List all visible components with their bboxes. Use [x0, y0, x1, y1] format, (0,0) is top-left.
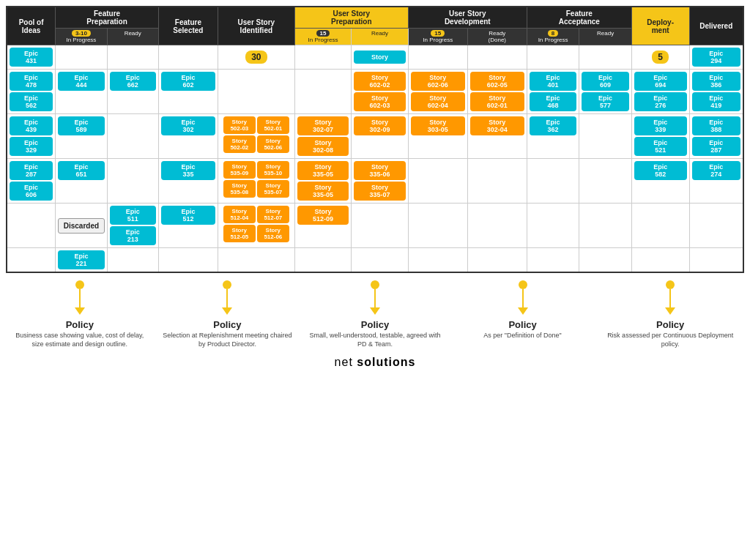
- policy-item-1: Policy Business case showing value, cost…: [14, 280, 146, 348]
- card-epic651: Epic651: [58, 161, 104, 180]
- card-story512-07: Story512-07: [257, 206, 289, 223]
- policy-title-3: Policy: [361, 319, 389, 330]
- card-epic606: Epic606: [10, 182, 53, 201]
- del-cell: Epic294: [689, 45, 743, 70]
- card-story602-05: Story602-05: [470, 72, 524, 91]
- policy-desc-2: Selection at Replenishment meeting chair…: [161, 332, 293, 348]
- arrow-head-3: [370, 307, 380, 315]
- card-epic287: Epic287: [692, 137, 741, 156]
- del-cell: Epic386 Epic419: [689, 70, 743, 114]
- fp-inprog-header: 3-10In Progress: [56, 29, 107, 45]
- card-epic221: Epic221: [58, 250, 104, 269]
- card-story335-05b: Story335-05: [297, 182, 349, 201]
- usi-cell: [218, 70, 294, 114]
- usp-ready-cell: Story602-02 Story602-03: [352, 70, 408, 114]
- card-story302-09: Story302-09: [354, 116, 405, 135]
- card-story602-02: Story602-02: [354, 72, 405, 91]
- arrow-head-1: [75, 307, 85, 315]
- arrow-dot-5: [666, 280, 675, 289]
- policy-title-2: Policy: [213, 319, 241, 330]
- fa-inprog-cell: [527, 45, 579, 70]
- card-story512-06: Story512-06: [257, 225, 289, 242]
- fp-ready-cell: Epic511 Epic213: [107, 204, 158, 248]
- col-header-del: Delivered: [689, 7, 743, 45]
- col-header-dep: Deploy-ment: [631, 7, 689, 45]
- card-epic562: Epic562: [10, 92, 53, 111]
- fp-inprog-cell: [56, 45, 107, 70]
- card-story302-04: Story302-04: [470, 116, 524, 135]
- fa-ready-cell: [579, 45, 632, 70]
- usi-cell: Story502-03 Story502-01 Story502-02 Stor…: [218, 114, 294, 159]
- usp-ready-cell: [352, 204, 408, 248]
- pool-cell: Epic287 Epic606: [7, 159, 56, 204]
- card-story535-07: Story535-07: [257, 180, 289, 198]
- arrow-head-5: [665, 307, 675, 315]
- usd-done-cell: [467, 204, 527, 248]
- arrow-head-2: [222, 307, 232, 315]
- usd-done-cell: Story302-04: [467, 114, 527, 159]
- usd-inprog-cell: [408, 159, 467, 204]
- dep-cell: Epic339 Epic521: [631, 114, 689, 159]
- card-story535-10: Story535-10: [257, 161, 289, 179]
- policy-section: Policy Business case showing value, cost…: [6, 280, 744, 348]
- usd-inprog-cell: [408, 248, 467, 273]
- arrow-line-1: [79, 289, 81, 307]
- usp-inprog-header: 15In Progress: [294, 29, 351, 45]
- main-container: Pool ofIdeas FeaturePreparation FeatureS…: [0, 0, 750, 381]
- card-epic388: Epic388: [692, 116, 741, 135]
- discarded-label: Discarded: [58, 218, 104, 234]
- usp-inprog-cell: [294, 248, 351, 273]
- del-cell: Epic274: [689, 159, 743, 204]
- policy-item-3: Policy Small, well-understood, testable,…: [309, 280, 441, 348]
- usp-inprog-cell: Story335-05 Story335-05: [294, 159, 351, 204]
- arrow-line-2: [226, 289, 228, 307]
- brand-logo: net solutions: [335, 356, 416, 368]
- usi-cell: [218, 248, 294, 273]
- card-epic302: Epic302: [161, 116, 215, 135]
- card-epic276: Epic276: [634, 92, 687, 111]
- card-story335-07: Story335-07: [354, 182, 405, 201]
- policy-arrow-2: [222, 280, 232, 315]
- card-epic602: Epic602: [161, 72, 215, 91]
- usi-cell: Story535-09 Story535-10 Story535-08 Stor…: [218, 159, 294, 204]
- arrow-line-5: [669, 289, 671, 307]
- col-header-usi: User StoryIdentified: [218, 7, 294, 45]
- fp-ready-cell: [107, 114, 158, 159]
- arrow-dot-4: [519, 280, 527, 289]
- arrow-head-4: [518, 307, 528, 315]
- fp-wip-badge: 3-10: [72, 30, 91, 37]
- fa-inprog-cell: Epic401 Epic468: [527, 70, 579, 114]
- card-story302-07: Story302-07: [297, 116, 349, 135]
- fa-ready-cell: Epic609 Epic577: [579, 70, 632, 114]
- policy-title-1: Policy: [66, 319, 94, 330]
- fa-ready-header: Ready: [579, 29, 632, 45]
- usi-cell: Story512-04 Story512-07 Story512-05 Stor…: [218, 204, 294, 248]
- fa-ready-cell: [579, 248, 632, 273]
- col-header-fp: FeaturePreparation: [56, 7, 159, 29]
- card-epic478: Epic478: [10, 72, 53, 91]
- fp-ready-cell: [107, 159, 158, 204]
- card-epic213: Epic213: [110, 226, 156, 245]
- table-row: Epic221: [7, 248, 743, 273]
- usd-inprog-header: 15In Progress: [408, 29, 467, 45]
- usp-ready-cell: Story: [352, 45, 408, 70]
- fa-inprog-header: 8In Progress: [527, 29, 579, 45]
- table-row: Discarded Epic511 Epic213 Epic512 Story5…: [7, 204, 743, 248]
- usi-cell: 30: [218, 45, 294, 70]
- card-story602-04: Story602-04: [411, 92, 465, 111]
- usp-ready-header: Ready: [352, 29, 408, 45]
- usd-inprog-cell: [408, 45, 467, 70]
- card-epic521: Epic521: [634, 137, 687, 156]
- card-epic274: Epic274: [692, 161, 741, 180]
- dep-badge: 5: [652, 51, 669, 64]
- policy-title-5: Policy: [656, 319, 684, 330]
- usi-badge: 30: [245, 51, 267, 64]
- card-epic439: Epic439: [10, 116, 53, 135]
- card-epic468: Epic468: [530, 92, 577, 111]
- card-epic287b: Epic287: [10, 161, 53, 180]
- usd-done-cell: Story602-05 Story602-01: [467, 70, 527, 114]
- del-cell: Epic388 Epic287: [689, 114, 743, 159]
- card-epic362: Epic362: [530, 116, 577, 135]
- fa-wip-badge: 8: [548, 30, 558, 37]
- usp-inprog-cell: [294, 45, 351, 70]
